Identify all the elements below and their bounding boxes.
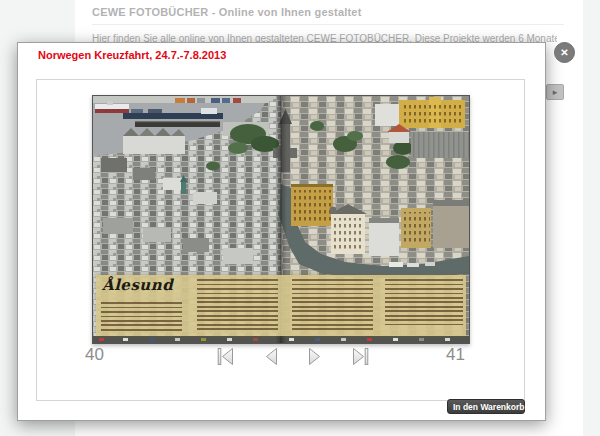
close-icon: ✕ [560,47,568,58]
first-page-icon [217,347,234,366]
last-page-button[interactable] [352,347,369,370]
add-to-cart-label: In den Warenkorb [453,402,524,412]
photo-caption-box: Ålesund [96,275,466,336]
caption-text-column [292,279,373,332]
book-viewer-panel: Ålesund 40 41 [36,79,525,401]
next-page-button[interactable] [308,347,321,370]
previous-page-icon [265,347,278,366]
first-page-button[interactable] [217,347,234,370]
caption-text-column [197,279,278,332]
photobook-preview-dialog: Norwegen Kreuzfahrt, 24.7.-7.8.2013 [17,42,546,421]
close-button[interactable]: ✕ [554,42,575,63]
page-navigation [217,347,369,370]
caption-text-column [385,279,463,325]
previous-page-button[interactable] [265,347,278,370]
caption-title: Ålesund [102,276,173,294]
side-next-button[interactable]: ▸ [546,84,564,100]
right-page-number: 41 [446,345,465,365]
chevron-right-icon: ▸ [553,88,558,97]
dialog-title: Norwegen Kreuzfahrt, 24.7.-7.8.2013 [38,49,226,61]
left-page-number: 40 [85,345,104,365]
book-spread[interactable]: Ålesund [92,95,470,344]
next-page-icon [308,347,321,366]
last-page-icon [352,347,369,366]
cart-arrow-icon: ▶ [527,404,532,410]
add-to-cart-button[interactable]: In den Warenkorb ▶ [447,399,525,414]
caption-text-column [101,302,182,332]
